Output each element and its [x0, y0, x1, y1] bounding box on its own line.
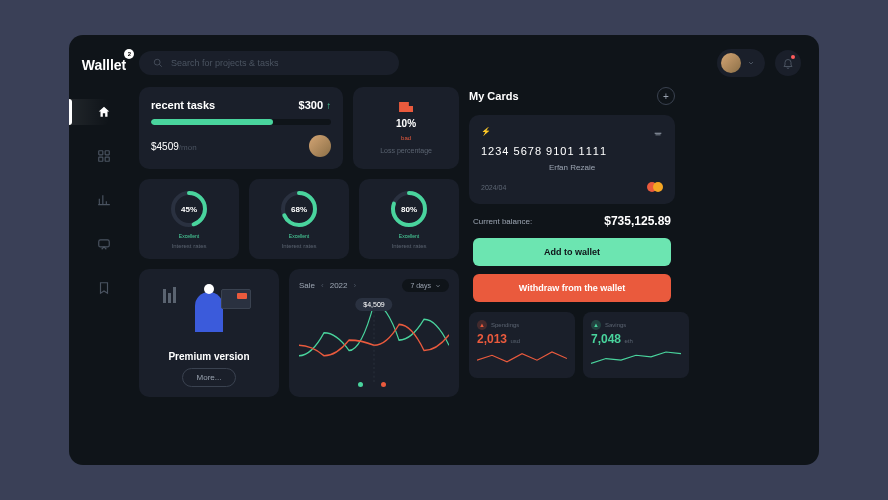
chart-year: 2022 [330, 281, 348, 290]
notifications-button[interactable] [775, 50, 801, 76]
card-expiry: 2024/04 [481, 184, 506, 191]
bookmark-icon [97, 281, 111, 295]
stats-row: ▲Spendings 2,013 usd ▲Savings 7,048 eth [469, 312, 675, 378]
chevron-down-icon [747, 59, 755, 67]
gauge-2: 80% Excellent Interest rates [359, 179, 459, 259]
right-panel: My Cards + ⚡ 1234 5678 9101 1111 Erfan R… [469, 87, 675, 447]
premium-illustration [149, 279, 269, 345]
chart-year-nav: Sale ‹ 2022 › [299, 281, 356, 290]
search-icon [153, 58, 163, 68]
gauges-row: 45% Excellent Interest rates 68% Excelle… [139, 179, 459, 259]
tasks-title: recent tasks [151, 99, 215, 111]
nav-apps[interactable] [91, 143, 117, 169]
svg-rect-2 [99, 157, 103, 161]
chart-next-button[interactable]: › [353, 281, 356, 290]
tasks-subvalue: $4509/mon [151, 141, 197, 152]
card-holder: Erfan Rezaie [481, 163, 663, 172]
svg-rect-3 [105, 157, 109, 161]
tasks-amount: $300 ↑ [299, 99, 332, 111]
svg-rect-4 [99, 240, 110, 247]
chart-icon [97, 193, 111, 207]
dashboard-grid: recent tasks $300 ↑ $4509/mon 10% bad [139, 87, 801, 447]
stat-label: Spendings [491, 322, 519, 328]
card-wifi-icon [653, 127, 663, 139]
mastercard-icon [647, 182, 663, 192]
svg-rect-0 [99, 151, 103, 155]
chart-body: $4,509 [299, 296, 449, 382]
left-column: recent tasks $300 ↑ $4509/mon 10% bad [139, 87, 459, 447]
chart-range-select[interactable]: 7 days [402, 279, 449, 292]
stat-spendings: ▲Spendings 2,013 usd [469, 312, 575, 378]
chart-legend [299, 382, 449, 387]
bell-icon [782, 57, 794, 69]
nav-stats[interactable] [91, 187, 117, 213]
stat-savings: ▲Savings 7,048 eth [583, 312, 689, 378]
user-menu[interactable] [717, 49, 765, 77]
loss-label: Loss percentage [380, 147, 432, 154]
task-avatar [309, 135, 331, 157]
withdraw-button[interactable]: Withdraw from the wallet [473, 274, 671, 302]
loss-percent: 10% [396, 118, 416, 129]
gauge-0: 45% Excellent Interest rates [139, 179, 239, 259]
chart-label: Sale [299, 281, 315, 290]
brand-logo: Walllet 2 [82, 57, 127, 73]
sidebar: Walllet 2 [69, 49, 139, 447]
legend-item [358, 382, 367, 387]
stat-value: 2,013 usd [477, 332, 567, 346]
app-window: Walllet 2 Search for project [69, 35, 819, 465]
main-content: Search for projects & tasks recent tasks… [139, 49, 801, 447]
legend-item [381, 382, 390, 387]
chart-tooltip: $4,509 [355, 298, 392, 311]
recent-tasks-card: recent tasks $300 ↑ $4509/mon [139, 87, 343, 169]
loss-badge: bad [401, 135, 411, 141]
nav-bookmark[interactable] [91, 275, 117, 301]
stat-trend-icon: ▲ [477, 320, 487, 330]
my-cards-title: My Cards [469, 90, 519, 102]
loss-card: 10% bad Loss percentage [353, 87, 459, 169]
chart-prev-button[interactable]: ‹ [321, 281, 324, 290]
search-placeholder: Search for projects & tasks [171, 58, 279, 68]
premium-title: Premium version [168, 351, 249, 362]
nav-chat[interactable] [91, 231, 117, 257]
chevron-down-icon [435, 283, 441, 289]
sales-chart-card: Sale ‹ 2022 › 7 days $4,509 [289, 269, 459, 397]
user-avatar [721, 53, 741, 73]
balance-label: Current balance: [473, 217, 532, 226]
svg-point-5 [154, 59, 160, 65]
message-icon [97, 237, 111, 251]
premium-more-button[interactable]: More... [182, 368, 237, 387]
nav [69, 99, 139, 301]
home-icon [97, 105, 111, 119]
add-card-button[interactable]: + [657, 87, 675, 105]
credit-card: ⚡ 1234 5678 9101 1111 Erfan Rezaie 2024/… [469, 115, 675, 204]
grid-icon [97, 149, 111, 163]
stat-trend-icon: ▲ [591, 320, 601, 330]
gauge-1: 68% Excellent Interest rates [249, 179, 349, 259]
balance-row: Current balance: $735,125.89 [469, 214, 675, 228]
topbar: Search for projects & tasks [139, 49, 801, 77]
card-chip-icon: ⚡ [481, 127, 491, 139]
premium-card: Premium version More... [139, 269, 279, 397]
card-number: 1234 5678 9101 1111 [481, 145, 663, 157]
search-input[interactable]: Search for projects & tasks [139, 51, 399, 75]
add-wallet-button[interactable]: Add to wallet [473, 238, 671, 266]
notification-badge: 2 [124, 49, 134, 59]
balance-value: $735,125.89 [604, 214, 671, 228]
nav-home[interactable] [91, 99, 117, 125]
tasks-progress [151, 119, 331, 125]
svg-rect-1 [105, 151, 109, 155]
stat-label: Savings [605, 322, 626, 328]
loss-icon [399, 102, 413, 112]
stat-value: 7,048 eth [591, 332, 681, 346]
